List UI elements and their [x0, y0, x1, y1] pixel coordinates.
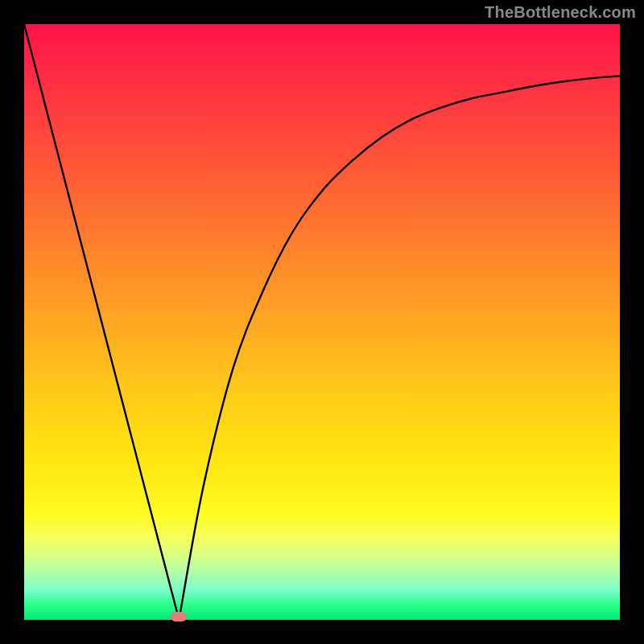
minimum-marker	[171, 612, 187, 621]
attribution-text: TheBottleneck.com	[485, 3, 636, 22]
left-descent-line	[24, 24, 179, 620]
curve-layer	[24, 24, 620, 620]
chart-canvas: TheBottleneck.com	[0, 0, 644, 644]
right-ascent-curve	[179, 76, 620, 620]
